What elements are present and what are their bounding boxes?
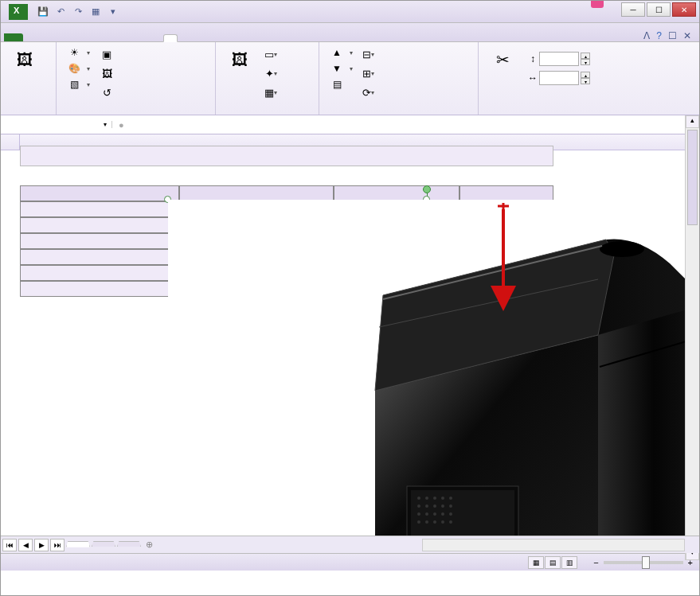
rotate-handle[interactable] — [423, 185, 431, 193]
qat-more-icon[interactable]: ▾ — [106, 5, 120, 19]
tab-nav-first[interactable]: ⏮ — [2, 539, 17, 551]
computer-tower-image — [335, 208, 686, 536]
svg-point-17 — [449, 512, 452, 516]
artistic-effects-button[interactable]: ▧ — [66, 77, 92, 92]
express-styles-button[interactable]: 🖼 — [222, 45, 257, 74]
send-backward-icon: ▼ — [330, 62, 343, 75]
effects-icon: ▧ — [68, 78, 80, 91]
minimize-button[interactable]: ─ — [621, 2, 645, 17]
cell-a9[interactable] — [20, 265, 179, 281]
header-type[interactable] — [20, 185, 179, 201]
vertical-scrollbar[interactable]: ▴ ▾ — [685, 115, 699, 560]
crop-icon: ✂ — [490, 47, 515, 72]
redo-icon[interactable]: ↷ — [71, 5, 85, 19]
tab-nav-last[interactable]: ⏭ — [50, 539, 65, 551]
header-model[interactable] — [179, 185, 334, 201]
close-button[interactable]: ✕ — [672, 2, 696, 17]
rotate-icon[interactable]: ⟳ — [359, 84, 377, 101]
tab-view[interactable] — [100, 35, 112, 41]
new-sheet-icon[interactable]: ⊕ — [146, 540, 153, 550]
select-all-button[interactable] — [1, 134, 20, 150]
compress-pictures-icon[interactable]: ▣ — [98, 45, 115, 63]
header-cost[interactable] — [459, 185, 553, 201]
qat-btn[interactable]: ▦ — [88, 5, 103, 19]
picture-layout-icon[interactable]: ▦ — [262, 84, 280, 101]
help-icon[interactable]: ? — [656, 30, 662, 41]
maximize-button[interactable]: ☐ — [647, 2, 671, 17]
app-icon[interactable] — [9, 4, 28, 20]
sheet-tab-2[interactable] — [92, 541, 115, 547]
win-restore-icon[interactable]: ☐ — [668, 30, 677, 41]
tab-developer[interactable] — [112, 35, 125, 41]
remove-background-button[interactable]: 🖼 — [7, 45, 42, 74]
scroll-thumb[interactable] — [687, 130, 698, 225]
picture-border-icon[interactable]: ▭ — [262, 45, 280, 63]
tab-layout[interactable] — [49, 35, 61, 41]
svg-point-21 — [441, 520, 444, 524]
brightness-icon: ☀ — [68, 46, 80, 59]
width-up[interactable]: ▴ — [581, 72, 590, 78]
tab-formulas[interactable] — [61, 35, 74, 41]
tab-insert[interactable] — [36, 35, 49, 41]
tab-file[interactable] — [4, 33, 23, 41]
svg-point-8 — [417, 504, 420, 508]
cell-a6[interactable] — [20, 217, 179, 233]
cell-a8[interactable] — [20, 249, 179, 265]
cell-a5[interactable] — [20, 201, 179, 217]
inserted-picture[interactable] — [168, 200, 686, 536]
tab-format[interactable] — [163, 34, 178, 42]
align-icon[interactable]: ⊟ — [359, 45, 377, 63]
styles-gallery-icon: 🖼 — [227, 47, 252, 72]
sheet-tab-1[interactable] — [66, 541, 90, 547]
zoom-slider[interactable] — [604, 561, 683, 564]
tab-home[interactable] — [23, 35, 36, 41]
tab-abbyy[interactable] — [151, 35, 163, 41]
save-icon[interactable]: 💾 — [36, 5, 50, 19]
tab-data[interactable] — [74, 35, 87, 41]
horizontal-scrollbar[interactable] — [422, 539, 685, 551]
zoom-out-icon[interactable]: − — [593, 558, 598, 567]
page-break-view-icon[interactable]: ▥ — [561, 556, 577, 569]
svg-point-4 — [425, 497, 428, 500]
tab-foxit[interactable] — [138, 35, 151, 41]
selection-pane-icon: ▤ — [330, 78, 343, 91]
picture-effects-icon[interactable]: ✦ — [262, 64, 280, 82]
cancel-fx-icon[interactable]: ● — [112, 120, 131, 130]
bring-forward-button[interactable]: ▲ — [329, 45, 354, 60]
width-down[interactable]: ▾ — [581, 78, 590, 84]
group-icon[interactable]: ⊞ — [359, 64, 377, 82]
width-input[interactable] — [539, 71, 579, 85]
height-down[interactable]: ▾ — [581, 59, 590, 65]
change-picture-icon[interactable]: 🖼 — [98, 64, 115, 82]
cell-a7[interactable] — [20, 233, 179, 249]
height-input[interactable] — [539, 52, 579, 66]
height-up[interactable]: ▴ — [581, 53, 590, 59]
minimize-ribbon-icon[interactable]: ᐱ — [643, 30, 650, 41]
name-box[interactable]: ▾ — [17, 121, 112, 128]
width-icon: ↔ — [526, 72, 539, 84]
cell-a10[interactable] — [20, 281, 179, 297]
tab-review[interactable] — [87, 35, 100, 41]
formula-input[interactable] — [147, 120, 686, 130]
crop-button[interactable]: ✂ — [485, 45, 520, 74]
merged-title-cell[interactable] — [20, 146, 553, 166]
scroll-up-icon[interactable]: ▴ — [686, 115, 699, 128]
worksheet-grid[interactable] — [1, 134, 699, 536]
svg-point-20 — [433, 520, 436, 524]
corrections-button[interactable]: ☀ — [66, 45, 92, 60]
header-image[interactable] — [334, 185, 459, 201]
page-layout-view-icon[interactable]: ▤ — [545, 556, 561, 569]
reset-picture-icon[interactable]: ↺ — [98, 84, 115, 101]
tab-nav-prev[interactable]: ◀ — [18, 539, 33, 551]
normal-view-icon[interactable]: ▦ — [528, 556, 544, 569]
undo-icon[interactable]: ↶ — [53, 5, 68, 19]
namebox-dropdown-icon[interactable]: ▾ — [104, 121, 107, 128]
selection-pane-button[interactable]: ▤ — [329, 77, 354, 92]
color-button[interactable]: 🎨 — [66, 61, 92, 76]
send-backward-button[interactable]: ▼ — [329, 61, 354, 76]
sheet-tab-3[interactable] — [117, 541, 141, 547]
tab-addins[interactable] — [125, 35, 138, 41]
win-close-icon[interactable]: ✕ — [683, 30, 691, 41]
tab-nav-next[interactable]: ▶ — [34, 539, 49, 551]
color-icon: 🎨 — [68, 62, 80, 75]
